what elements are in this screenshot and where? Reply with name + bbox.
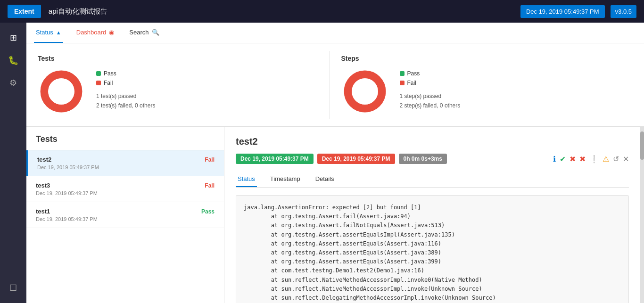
tests-panel: Tests test2 Fail Dec 19, 2019 05:49:37 P… <box>26 127 224 303</box>
sidebar-icon-monitor[interactable]: ☐ <box>4 278 23 297</box>
search-icon: 🔍 <box>152 29 159 36</box>
detail-panel: test2 Dec 19, 2019 05:49:37 PM Dec 19, 2… <box>224 127 640 303</box>
tests-fail-legend: Fail <box>96 80 155 86</box>
tests-stat1: 1 test(s) passed <box>96 93 155 99</box>
refresh-icon[interactable]: ↺ <box>613 155 619 164</box>
content-area: Status ▲ Dashboard ◉ Search 🔍 Tests <box>26 23 644 303</box>
test1-status: Pass <box>201 208 215 215</box>
steps-summary-title: Steps <box>341 55 388 62</box>
datetime-badge: Dec 19, 2019 05:49:37 PM <box>520 5 605 18</box>
summary-row: Tests Pass <box>26 43 644 127</box>
detail-tabs: Status Timestamp Details <box>236 172 629 188</box>
svg-point-5 <box>352 78 378 105</box>
sidebar-icon-grid[interactable]: ⊞ <box>4 28 23 47</box>
detail-tab-details[interactable]: Details <box>314 172 336 187</box>
detail-tab-status[interactable]: Status <box>236 172 257 187</box>
detail-start-badge: Dec 19, 2019 05:49:37 PM <box>236 154 314 164</box>
tab-status[interactable]: Status ▲ <box>34 23 63 43</box>
test3-time: Dec 19, 2019 05:49:37 PM <box>36 190 215 196</box>
detail-end-badge: Dec 19, 2019 05:49:37 PM <box>317 154 395 164</box>
test1-name: test1 <box>36 208 50 215</box>
nav-tabs: Status ▲ Dashboard ◉ Search 🔍 <box>26 23 644 43</box>
test2-header: test2 Fail <box>37 156 215 163</box>
main-container: ⊞ 🐛 ⚙ ☐ Status ▲ Dashboard ◉ Search 🔍 <box>0 23 644 303</box>
stack-trace: java.lang.AssertionError: expected [2] b… <box>236 195 629 303</box>
detail-tab-timestamp[interactable]: Timestamp <box>268 172 302 187</box>
test2-time: Dec 19, 2019 05:49:37 PM <box>37 164 215 170</box>
fail-dot <box>96 81 101 85</box>
steps-pass-legend: Pass <box>400 70 461 77</box>
svg-point-2 <box>48 78 74 105</box>
steps-pass-dot <box>400 71 405 76</box>
topbar: Extent api自动化测试报告 Dec 19, 2019 05:49:37 … <box>0 0 644 23</box>
version-badge: v3.0.5 <box>611 5 636 18</box>
detail-action-icons: ℹ ✔ ✖ ✖ ❕ ⚠ ↺ ✕ <box>553 155 629 164</box>
page-title: api自动化测试报告 <box>49 7 107 16</box>
status-label: Status <box>36 29 53 36</box>
tests-donut-chart <box>38 68 85 115</box>
tests-stat2: 2 test(s) failed, 0 others <box>96 102 155 109</box>
warning-icon[interactable]: ⚠ <box>603 155 609 164</box>
test1-header: test1 Pass <box>36 208 215 215</box>
steps-fail-dot <box>400 81 405 85</box>
search-label: Search <box>129 29 149 36</box>
sidebar-icons: ⊞ 🐛 ⚙ ☐ <box>0 23 26 303</box>
test3-header: test3 Fail <box>36 182 215 189</box>
test2-name: test2 <box>37 156 51 163</box>
steps-stat1: 1 step(s) passed <box>400 93 461 99</box>
detail-duration-badge: 0h 0m 0s+3ms <box>399 154 447 164</box>
test-item-test3[interactable]: test3 Fail Dec 19, 2019 05:49:37 PM <box>26 176 224 202</box>
dashboard-content: Tests Pass <box>26 43 644 303</box>
test3-status: Fail <box>205 182 215 189</box>
tab-dashboard[interactable]: Dashboard ◉ <box>74 23 116 43</box>
steps-fail-legend: Fail <box>400 80 461 86</box>
check-icon[interactable]: ✔ <box>560 155 566 164</box>
scrollbar-thumb <box>640 131 644 160</box>
dashboard-icon: ◉ <box>109 29 114 36</box>
steps-summary-card: Steps Pass <box>330 51 633 119</box>
sidebar-icon-settings[interactable]: ⚙ <box>4 74 23 92</box>
topbar-left: Extent api自动化测试报告 <box>8 5 107 18</box>
test-item-test2[interactable]: test2 Fail Dec 19, 2019 05:49:37 PM <box>26 150 224 176</box>
right-scrollbar[interactable] <box>640 127 644 303</box>
test3-name: test3 <box>36 182 50 189</box>
tests-summary-card: Tests Pass <box>38 51 330 119</box>
tab-search[interactable]: Search 🔍 <box>127 23 161 43</box>
info-icon[interactable]: ℹ <box>553 155 556 164</box>
detail-badges: Dec 19, 2019 05:49:37 PM Dec 19, 2019 05… <box>236 154 629 164</box>
close-icon-2[interactable]: ✖ <box>579 155 586 164</box>
brand-logo: Extent <box>8 5 41 18</box>
x-icon[interactable]: ✕ <box>623 155 629 164</box>
split-row: Tests test2 Fail Dec 19, 2019 05:49:37 P… <box>26 127 644 303</box>
tests-pass-legend: Pass <box>96 70 155 77</box>
topbar-right: Dec 19, 2019 05:49:37 PM v3.0.5 <box>520 5 636 18</box>
status-icon: ▲ <box>56 30 61 35</box>
test1-time: Dec 19, 2019 05:49:37 PM <box>36 216 215 222</box>
steps-donut-chart <box>341 68 388 115</box>
exclamation-icon[interactable]: ❕ <box>589 155 599 164</box>
test2-status: Fail <box>205 156 215 163</box>
detail-title: test2 <box>236 136 629 147</box>
sidebar-icon-bug[interactable]: 🐛 <box>4 51 23 70</box>
tests-panel-title: Tests <box>26 127 224 150</box>
pass-dot <box>96 71 101 76</box>
tests-summary-title: Tests <box>38 55 85 62</box>
test-item-test1[interactable]: test1 Pass Dec 19, 2019 05:49:37 PM <box>26 202 224 228</box>
dashboard-label: Dashboard <box>76 29 107 36</box>
close-icon-1[interactable]: ✖ <box>570 155 576 164</box>
steps-stat2: 2 step(s) failed, 0 others <box>400 102 461 109</box>
